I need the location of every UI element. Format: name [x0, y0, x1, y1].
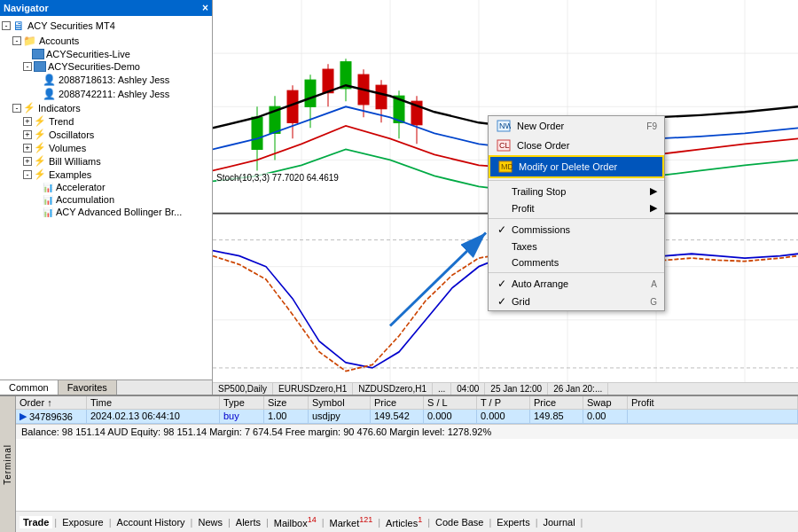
ctx-shortcut-grid: G — [632, 297, 657, 307]
ctx-menu-taxes[interactable]: Taxes — [489, 239, 664, 254]
person-icon-2: 👤 — [43, 88, 56, 100]
nav-tab-common[interactable]: Common — [0, 380, 59, 395]
tab-articles[interactable]: Articles1 — [382, 514, 426, 529]
tree-label-accounts: Accounts — [39, 35, 79, 46]
ctx-check-commissions: ✓ — [496, 223, 508, 236]
tab-market-badge: 121 — [359, 515, 372, 524]
expand-icon[interactable]: - — [2, 21, 11, 30]
th-price: Price — [371, 396, 424, 409]
td-tp-1: 0.000 — [477, 410, 530, 423]
chart-tab-25jan[interactable]: 25 Jan 12:00 — [485, 383, 548, 395]
person-icon-1: 👤 — [43, 74, 56, 86]
ctx-menu-modify-delete[interactable]: MD Modify or Delete Order — [489, 155, 664, 178]
chart-tab-sp500[interactable]: SP500,Daily — [213, 383, 273, 395]
tree-item-accounts[interactable]: - 📁 Accounts — [0, 34, 212, 48]
th-symbol: Symbol — [309, 396, 371, 409]
trade-row-1[interactable]: ▶ 34789636 2024.02.13 06:44:10 buy 1.00 … — [16, 410, 798, 424]
tab-sep-5: | — [264, 517, 270, 528]
expand-icon-oscillators[interactable]: + — [23, 130, 32, 139]
th-sl: S / L — [424, 396, 477, 409]
svg-rect-14 — [252, 117, 262, 149]
expand-icon-bill[interactable]: + — [23, 157, 32, 166]
ctx-arrow-trailing: ▶ — [650, 185, 657, 197]
expand-icon-accounts[interactable]: - — [12, 36, 21, 45]
td-swap-1: 0.00 — [583, 410, 628, 423]
tab-trade[interactable]: Trade — [20, 516, 52, 528]
tree-item-oscillators[interactable]: + ⚡ Oscillators — [0, 128, 212, 141]
account-icon-demo — [34, 61, 46, 72]
ctx-menu-trailing-stop[interactable]: Trailing Stop ▶ — [489, 183, 664, 200]
tab-journal[interactable]: Journal — [540, 516, 579, 528]
tab-sep-9: | — [487, 517, 493, 528]
terminal-main: Order ↑ Time Type Size Symbol Price S / … — [16, 396, 798, 532]
ctx-label-profit: Profit — [512, 203, 535, 214]
balance-bar: Balance: 98 151.14 AUD Equity: 98 151.14… — [16, 424, 798, 439]
ctx-menu-grid[interactable]: ✓ Grid G — [489, 293, 664, 310]
expand-icon-indicators[interactable]: - — [12, 104, 21, 113]
nav-tab-favorites[interactable]: Favorites — [59, 380, 117, 395]
tree-item-accumulation[interactable]: 📊 Accumulation — [0, 193, 212, 206]
tab-news[interactable]: News — [194, 516, 226, 528]
tree-item-examples[interactable]: - ⚡ Examples — [0, 168, 212, 181]
chart-tab-8jan[interactable]: ... — [433, 383, 451, 395]
td-profit-1 — [628, 410, 798, 423]
tree-item-trend[interactable]: + ⚡ Trend — [0, 114, 212, 128]
tree-item-accelerator[interactable]: 📊 Accelerator — [0, 181, 212, 193]
tab-experts[interactable]: Experts — [493, 516, 533, 528]
chart-tab-26jan[interactable]: 26 Jan 20:... — [548, 383, 608, 395]
ctx-menu-commissions[interactable]: ✓ Commissions — [489, 221, 664, 239]
tab-sep-4: | — [226, 517, 232, 528]
tree-item-indicators[interactable]: - ⚡ Indicators — [0, 101, 212, 114]
tree-item-live[interactable]: ACYSecurities-Live — [0, 48, 212, 60]
navigator-panel: Navigator × - 🖥 ACY Securities MT4 - 📁 A… — [0, 0, 213, 395]
tree-item-bill-williams[interactable]: + ⚡ Bill Williams — [0, 154, 212, 168]
tree-label-user2: 2088742211: Ashley Jess — [59, 89, 169, 99]
ctx-menu-auto-arrange[interactable]: ✓ Auto Arrange A — [489, 275, 664, 293]
tab-code-base[interactable]: Code Base — [432, 516, 487, 528]
close-order-icon: CL — [496, 138, 512, 153]
chart-tab-extra1[interactable]: 04:00 — [451, 383, 485, 395]
ctx-menu-new-order[interactable]: NW New Order F9 — [489, 116, 664, 136]
td-time-1: 2024.02.13 06:44:10 — [87, 410, 220, 423]
ctx-menu-profit[interactable]: Profit ▶ — [489, 200, 664, 216]
tree-label-volumes: Volumes — [49, 143, 86, 153]
tab-alerts[interactable]: Alerts — [232, 516, 264, 528]
ctx-menu-comments[interactable]: Comments — [489, 254, 664, 270]
tree-label-accumulation: Accumulation — [56, 194, 114, 205]
chart-tab-eurusd[interactable]: EURUSDzero,H1 — [273, 383, 353, 395]
tree-item-volumes[interactable]: + ⚡ Volumes — [0, 141, 212, 154]
tree-label-demo: ACYSecurities-Demo — [48, 61, 140, 72]
th-size: Size — [264, 396, 309, 409]
tree-item-bollinger[interactable]: 📊 ACY Advanced Bollinger Br... — [0, 206, 212, 218]
expand-icon-volumes[interactable]: + — [23, 144, 32, 153]
ctx-label-taxes: Taxes — [512, 241, 537, 252]
tab-market[interactable]: Market121 — [326, 514, 377, 529]
tree-item-demo[interactable]: - ACYSecurities-Demo — [0, 60, 212, 73]
ctx-menu-close-order[interactable]: CL Close Order — [489, 136, 664, 155]
expand-icon-demo[interactable]: - — [23, 62, 32, 71]
tree-item-platform[interactable]: - 🖥 ACY Securities MT4 — [0, 18, 212, 34]
tree-label-live: ACYSecurities-Live — [46, 49, 130, 59]
svg-text:CL: CL — [499, 141, 510, 150]
td-order-1: ▶ 34789636 — [16, 410, 87, 423]
th-time: Time — [87, 396, 220, 409]
tab-exposure[interactable]: Exposure — [59, 516, 106, 528]
tab-sep-3: | — [189, 517, 195, 528]
ctx-label-grid: Grid — [512, 296, 530, 307]
tree-item-user2[interactable]: 👤 2088742211: Ashley Jess — [0, 87, 212, 101]
ctx-label-trailing: Trailing Stop — [512, 186, 566, 197]
expand-icon-trend[interactable]: + — [23, 117, 32, 126]
tab-account-history[interactable]: Account History — [113, 516, 189, 528]
tree-label-platform: ACY Securities MT4 — [27, 20, 115, 31]
th-order: Order ↑ — [16, 396, 87, 409]
navigator-close-button[interactable]: × — [202, 2, 208, 14]
expand-icon-examples[interactable]: - — [23, 170, 32, 179]
terminal-label-text: Terminal — [3, 444, 12, 485]
indicator-leaf-icon-2: 📊 — [43, 195, 53, 205]
tree-item-user1[interactable]: 👤 2088718613: Ashley Jess — [0, 73, 212, 87]
trade-spacer — [16, 439, 798, 511]
svg-rect-28 — [376, 85, 387, 108]
indicator-icon-volumes: ⚡ — [34, 142, 46, 153]
chart-tab-nzdusd[interactable]: NZDUSDzero,H1 — [353, 383, 433, 395]
tab-mailbox[interactable]: Mailbox14 — [270, 514, 320, 529]
